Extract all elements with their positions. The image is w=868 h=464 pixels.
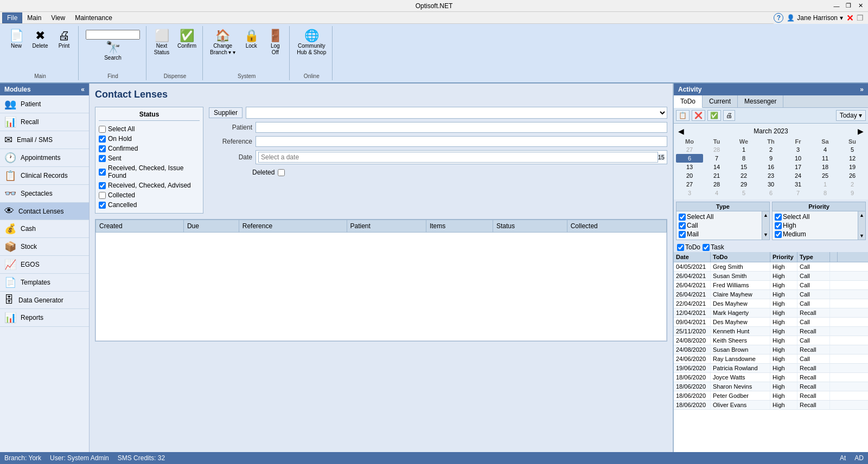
- confirm-button[interactable]: ✅ Confirm: [175, 28, 199, 51]
- calendar-next[interactable]: ▶: [858, 127, 864, 136]
- status-cb-7[interactable]: [99, 202, 106, 209]
- calendar-prev[interactable]: ◀: [678, 127, 684, 136]
- top-close-button[interactable]: ✕: [846, 13, 853, 23]
- cal-day[interactable]: 5: [839, 145, 866, 154]
- cal-day[interactable]: 29: [730, 180, 757, 189]
- cal-day[interactable]: 27: [676, 180, 703, 189]
- lock-button[interactable]: 🔒 Lock: [240, 28, 262, 51]
- priority-scrollbar[interactable]: ▲ ▼: [858, 211, 865, 240]
- activity-expand-icon[interactable]: »: [860, 86, 864, 93]
- cal-day[interactable]: 3: [676, 189, 703, 197]
- cal-day[interactable]: 2: [839, 180, 866, 189]
- supplier-button[interactable]: Supplier: [209, 107, 242, 118]
- priority-select-all-cb[interactable]: [775, 214, 782, 221]
- calendar-button[interactable]: 15: [658, 154, 665, 160]
- cal-day[interactable]: 15: [730, 163, 757, 171]
- activity-list-row[interactable]: 18/06/2020 Peter Godber High Recall: [674, 391, 868, 401]
- cal-day[interactable]: 6: [676, 154, 703, 163]
- activity-list-row[interactable]: 18/06/2020 Joyce Watts High Recall: [674, 373, 868, 382]
- act-tool-4[interactable]: 🖨: [723, 110, 735, 121]
- sidebar-item-stock[interactable]: 📦Stock: [0, 238, 89, 256]
- type-select-all-cb[interactable]: [679, 214, 686, 221]
- sidebar-item-egos[interactable]: 📈EGOS: [0, 256, 89, 274]
- sidebar-collapse-icon[interactable]: «: [81, 86, 85, 93]
- print-button[interactable]: 🖨 Print: [53, 28, 75, 51]
- sidebar-item-data-generator[interactable]: 🗄Data Generator: [0, 292, 89, 309]
- cal-day[interactable]: 31: [784, 180, 812, 189]
- cal-day[interactable]: 17: [784, 163, 812, 171]
- activity-list-row[interactable]: 04/05/2021 Greg Smith High Call: [674, 262, 868, 272]
- cal-day[interactable]: 9: [839, 189, 866, 197]
- status-cb-1[interactable]: [99, 136, 106, 143]
- activity-list-row[interactable]: 26/04/2021 Susan Smith High Call: [674, 272, 868, 281]
- status-cb-0[interactable]: [99, 126, 106, 133]
- search-input[interactable]: [86, 30, 140, 40]
- menu-item-main[interactable]: Main: [22, 12, 46, 23]
- activity-list-row[interactable]: 24/08/2020 Keith Sheers High Call: [674, 336, 868, 345]
- cal-day[interactable]: 9: [757, 154, 784, 163]
- sidebar-item-patient[interactable]: 👥Patient: [0, 95, 89, 113]
- cal-day[interactable]: 21: [703, 171, 730, 180]
- activity-list-row[interactable]: 18/06/2020 Sharon Nevins High Recall: [674, 382, 868, 391]
- cal-day[interactable]: 18: [812, 163, 839, 171]
- cal-day[interactable]: 6: [757, 189, 784, 197]
- cal-day[interactable]: 30: [757, 180, 784, 189]
- activity-list-row[interactable]: 19/06/2020 Patricia Rowland High Recall: [674, 364, 868, 373]
- today-button[interactable]: Today ▾: [836, 110, 866, 121]
- status-cb-6[interactable]: [99, 192, 106, 199]
- user-info[interactable]: 👤 Jane Harrison ▾: [787, 14, 843, 22]
- cal-day[interactable]: 1: [812, 180, 839, 189]
- activity-list-row[interactable]: 09/04/2021 Des Mayhew High Call: [674, 318, 868, 327]
- patient-input[interactable]: [256, 122, 667, 133]
- minimize-button[interactable]: —: [831, 1, 842, 11]
- cal-day[interactable]: 22: [730, 171, 757, 180]
- cal-day[interactable]: 23: [757, 171, 784, 180]
- status-cb-2[interactable]: [99, 145, 106, 152]
- top-win-button[interactable]: ❐: [857, 14, 864, 22]
- cal-day[interactable]: 3: [784, 145, 812, 154]
- priority-high-cb[interactable]: [775, 222, 782, 229]
- next-status-button[interactable]: ⬜ NextStatus: [151, 28, 173, 57]
- log-off-button[interactable]: 🚪 LogOff: [264, 28, 286, 57]
- cal-day[interactable]: 5: [730, 189, 757, 197]
- cal-day[interactable]: 24: [784, 171, 812, 180]
- act-tool-2[interactable]: ❌: [692, 110, 705, 121]
- priority-medium-cb[interactable]: [775, 231, 782, 238]
- tab-todo[interactable]: ToDo: [674, 95, 703, 108]
- activity-list-row[interactable]: 26/04/2021 Fred Williams High Call: [674, 281, 868, 290]
- act-tool-1[interactable]: 📋: [676, 110, 690, 121]
- activity-list-row[interactable]: 25/11/2020 Kenneth Hunt High Recall: [674, 327, 868, 336]
- cal-day[interactable]: 8: [812, 189, 839, 197]
- cal-day[interactable]: 1: [730, 145, 757, 154]
- priority-scroll-up[interactable]: ▲: [858, 211, 865, 218]
- type-scroll-up[interactable]: ▲: [762, 211, 769, 218]
- activity-list-row[interactable]: 26/04/2021 Claire Mayhew High Call: [674, 290, 868, 299]
- cal-day[interactable]: 10: [784, 154, 812, 163]
- sidebar-item-reports[interactable]: 📊Reports: [0, 309, 89, 327]
- close-button[interactable]: ✕: [855, 1, 866, 11]
- deleted-checkbox[interactable]: [278, 169, 285, 176]
- cal-day[interactable]: 28: [703, 180, 730, 189]
- change-branch-button[interactable]: 🏠 ChangeBranch ▾: [207, 28, 238, 57]
- tab-current[interactable]: Current: [703, 95, 738, 107]
- cal-day[interactable]: 27: [676, 145, 703, 154]
- date-input[interactable]: [258, 152, 658, 163]
- sidebar-item-cash[interactable]: 💰Cash: [0, 220, 89, 238]
- cal-day[interactable]: 7: [784, 189, 812, 197]
- sidebar-item-appointments[interactable]: 🕐Appointments: [0, 149, 89, 167]
- delete-button[interactable]: ✖ Delete: [29, 28, 51, 51]
- activity-list-row[interactable]: 12/04/2021 Mark Hagerty High Recall: [674, 308, 868, 318]
- cal-day[interactable]: 11: [812, 154, 839, 163]
- type-scroll-down[interactable]: ▼: [762, 232, 769, 239]
- activity-list-row[interactable]: 18/06/2020 Oliver Evans High Recall: [674, 401, 868, 410]
- type-scrollbar[interactable]: ▲ ▼: [762, 211, 769, 240]
- cal-day[interactable]: 26: [839, 171, 866, 180]
- community-hub-button[interactable]: 🌐 CommunityHub & Shop: [294, 28, 329, 57]
- maximize-button[interactable]: ❐: [843, 1, 854, 11]
- priority-scroll-down[interactable]: ▼: [858, 233, 865, 239]
- sidebar-item-email-sms[interactable]: ✉Email / SMS: [0, 131, 89, 149]
- cal-day[interactable]: 12: [839, 154, 866, 163]
- cal-day[interactable]: 4: [812, 145, 839, 154]
- status-cb-3[interactable]: [99, 155, 106, 162]
- sidebar-item-recall[interactable]: 📊Recall: [0, 113, 89, 131]
